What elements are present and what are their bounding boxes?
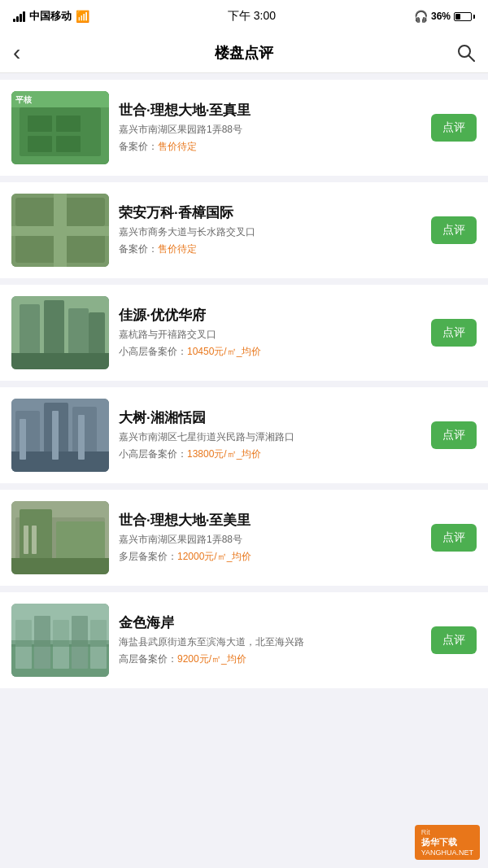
status-right: 🎧 36% [414, 10, 475, 23]
property-info: 金色海岸海盐县武原街道东至滨海大道，北至海兴路高层备案价：9200元/㎡_均价 [119, 614, 477, 666]
svg-rect-13 [15, 234, 56, 263]
property-card: 世合·理想大地·至美里嘉兴市南湖区果园路1弄88号多层备案价：12000元/㎡_… [0, 490, 488, 586]
search-icon [457, 44, 475, 62]
comment-button[interactable]: 点评 [431, 114, 477, 142]
watermark-line1: Rit [421, 828, 473, 836]
property-image: 平核 [11, 91, 109, 164]
svg-rect-35 [11, 558, 109, 574]
property-info: 佳源·优优华府嘉杭路与开禧路交叉口小高层备案价：10450元/㎡_均价 [119, 307, 477, 359]
property-name: 荣安万科·香樟国际 [119, 204, 477, 222]
property-card: 金色海岸海盐县武原街道东至滨海大道，北至海兴路高层备案价：9200元/㎡_均价点… [0, 592, 488, 688]
property-card: 荣安万科·香樟国际嘉兴市商务大道与长水路交叉口备案价：售价待定点评 [0, 182, 488, 278]
price-label: 备案价： [119, 243, 158, 255]
svg-rect-16 [11, 226, 109, 236]
svg-rect-29 [52, 411, 59, 460]
comment-button[interactable]: 点评 [431, 524, 477, 552]
svg-rect-28 [20, 419, 26, 460]
svg-rect-7 [56, 136, 81, 152]
price-label: 备案价： [119, 141, 158, 152]
svg-rect-36 [24, 526, 28, 554]
property-price: 小高层备案价：13800元/㎡_均价 [119, 447, 477, 461]
svg-rect-22 [11, 353, 109, 369]
status-bar: 中国移动 📶 下午 3:00 🎧 36% [0, 0, 488, 33]
comment-button[interactable]: 点评 [431, 216, 477, 244]
property-info: 荣安万科·香樟国际嘉兴市商务大道与长水路交叉口备案价：售价待定 [119, 204, 477, 256]
price-value: 9200元/㎡_均价 [177, 653, 246, 665]
property-card: 佳源·优优华府嘉杭路与开禧路交叉口小高层备案价：10450元/㎡_均价点评 [0, 285, 488, 381]
svg-rect-12 [64, 198, 105, 226]
price-label: 小高层备案价： [119, 346, 187, 357]
svg-rect-37 [32, 526, 37, 554]
signal-bar-1 [13, 19, 15, 22]
property-image [11, 194, 109, 267]
property-info: 世合·理想大地·至美里嘉兴市南湖区果园路1弄88号多层备案价：12000元/㎡_… [119, 512, 477, 564]
price-value: 10450元/㎡_均价 [187, 346, 261, 357]
svg-rect-6 [28, 136, 52, 152]
headphone-icon: 🎧 [414, 10, 428, 23]
svg-rect-4 [28, 116, 52, 132]
property-name: 世合·理想大地·至美里 [119, 512, 477, 530]
battery-icon [454, 12, 475, 21]
property-price: 小高层备案价：10450元/㎡_均价 [119, 345, 477, 359]
nav-bar: ‹ 楼盘点评 [0, 33, 488, 73]
property-address: 嘉杭路与开禧路交叉口 [119, 328, 477, 342]
price-value: 售价待定 [158, 243, 197, 255]
search-button[interactable] [451, 44, 475, 62]
svg-rect-5 [56, 116, 81, 132]
price-label: 小高层备案价： [119, 448, 187, 460]
signal-bar-4 [23, 11, 25, 22]
property-price: 多层备案价：12000元/㎡_均价 [119, 550, 477, 564]
watermark-url: YANGHUA.NET [421, 848, 473, 857]
svg-text:平核: 平核 [15, 95, 33, 104]
price-value: 13800元/㎡_均价 [187, 448, 261, 460]
wifi-icon: 📶 [76, 10, 89, 23]
property-card: 平核世合·理想大地·至真里嘉兴市南湖区果园路1弄88号备案价：售价待定点评 [0, 80, 488, 176]
price-value: 12000元/㎡_均价 [177, 551, 251, 562]
time-label: 下午 3:00 [228, 9, 276, 24]
back-button[interactable]: ‹ [13, 40, 37, 66]
property-name: 佳源·优优华府 [119, 307, 477, 325]
property-name: 金色海岸 [119, 614, 477, 632]
comment-button[interactable]: 点评 [431, 626, 477, 654]
property-address: 海盐县武原街道东至滨海大道，北至海兴路 [119, 635, 477, 649]
price-label: 高层备案价： [119, 653, 177, 665]
property-image [11, 604, 109, 677]
property-info: 大树·湘湘恬园嘉兴市南湖区七星街道兴民路与潭湘路口小高层备案价：13800元/㎡… [119, 409, 477, 461]
property-name: 大树·湘湘恬园 [119, 409, 477, 427]
signal-bar-2 [16, 16, 19, 22]
property-price: 高层备案价：9200元/㎡_均价 [119, 652, 477, 666]
property-price: 备案价：售价待定 [119, 140, 477, 154]
comment-button[interactable]: 点评 [431, 421, 477, 449]
property-address: 嘉兴市南湖区果园路1弄88号 [119, 533, 477, 547]
property-image [11, 399, 109, 472]
property-list: 平核世合·理想大地·至真里嘉兴市南湖区果园路1弄88号备案价：售价待定点评荣安万… [0, 80, 488, 688]
property-price: 备案价：售价待定 [119, 242, 477, 256]
status-left: 中国移动 📶 [13, 9, 89, 24]
property-address: 嘉兴市南湖区七星街道兴民路与潭湘路口 [119, 430, 477, 444]
svg-rect-11 [15, 198, 56, 226]
signal-bar-3 [20, 14, 22, 22]
battery-percent: 36% [431, 11, 451, 22]
comment-button[interactable]: 点评 [431, 319, 477, 347]
price-label: 多层备案价： [119, 551, 177, 562]
page-title: 楼盘点评 [215, 43, 273, 63]
property-address: 嘉兴市南湖区果园路1弄88号 [119, 123, 477, 137]
carrier-label: 中国移动 [29, 9, 72, 24]
svg-rect-45 [11, 640, 109, 647]
property-address: 嘉兴市商务大道与长水路交叉口 [119, 225, 477, 239]
signal-bars-icon [13, 11, 25, 22]
svg-rect-30 [78, 415, 85, 460]
property-name: 世合·理想大地·至真里 [119, 102, 477, 120]
property-card: 大树·湘湘恬园嘉兴市南湖区七星街道兴民路与潭湘路口小高层备案价：13800元/㎡… [0, 387, 488, 483]
svg-rect-14 [64, 234, 105, 263]
price-value: 售价待定 [158, 141, 197, 152]
watermark-line2: 扬华下载 [421, 836, 473, 848]
property-info: 世合·理想大地·至真里嘉兴市南湖区果园路1弄88号备案价：售价待定 [119, 102, 477, 154]
property-image [11, 501, 109, 574]
svg-line-1 [468, 55, 474, 61]
watermark: Rit 扬华下载 YANGHUA.NET [415, 825, 480, 860]
property-image [11, 296, 109, 369]
